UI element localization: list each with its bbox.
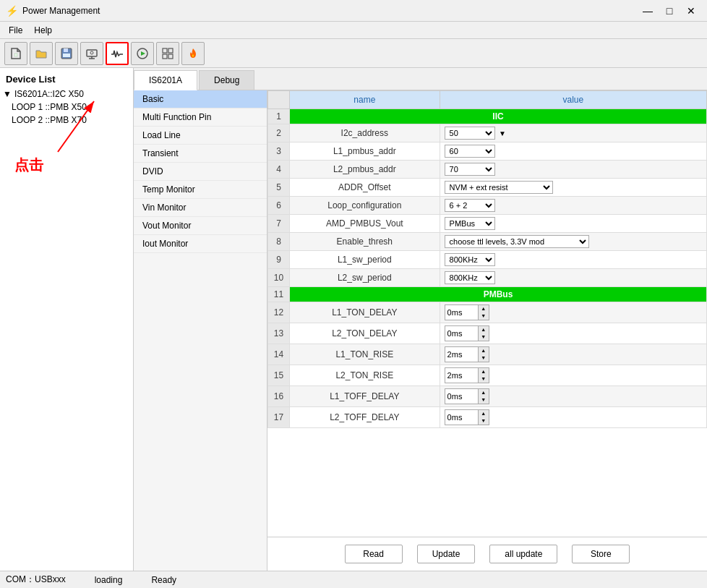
spin-down[interactable]: ▼ [479, 375, 489, 383]
annotation-text: 点击 [14, 155, 43, 175]
status-ready: Ready [151, 575, 176, 585]
row-value: ▲▼ [440, 344, 706, 365]
row-name: I2c_address [290, 124, 440, 142]
nav-item-transient[interactable]: Transient [134, 145, 267, 163]
menu-file[interactable]: File [3, 24, 28, 37]
l1-toff-delay-input[interactable] [445, 391, 478, 401]
close-button[interactable]: ✕ [681, 3, 701, 19]
nav-item-vout[interactable]: Vout Monitor [134, 217, 267, 235]
nav-item-basic[interactable]: Basic [134, 90, 267, 108]
svg-point-9 [90, 51, 93, 54]
toolbar-device-button[interactable] [80, 42, 103, 65]
l1-pmbus-addr-select[interactable]: 506070 [445, 145, 495, 158]
row-value: 800KHz400KHz [440, 251, 706, 269]
i2c-address-select[interactable]: 506070 [445, 127, 495, 140]
nav-item-temp[interactable]: Temp Monitor [134, 181, 267, 199]
tab-debug[interactable]: Debug [199, 70, 254, 90]
toolbar-new-button[interactable] [4, 42, 27, 65]
row-pmbus-header: PMBus [290, 287, 707, 302]
nav-item-mfp[interactable]: Multi Function Pin [134, 108, 267, 127]
svg-rect-12 [163, 48, 167, 53]
toolbar-flame-button[interactable] [181, 42, 205, 65]
tab-is6201a[interactable]: IS6201A [134, 70, 197, 90]
l2-pmbus-addr-select[interactable]: 506070 [445, 163, 495, 176]
toolbar-open-button[interactable] [30, 42, 53, 65]
row-value: 506070 [440, 142, 706, 161]
l1-sw-period-select[interactable]: 800KHz400KHz [445, 253, 495, 266]
toolbar-save-button[interactable] [55, 42, 78, 65]
row-name: L2_pmbus_addr [290, 161, 440, 179]
toolbar-grid-button[interactable] [156, 42, 179, 65]
l2-ton-delay-input[interactable] [445, 328, 478, 338]
table-row: 7 AMD_PMBUS_Vout PMBusOther [268, 215, 707, 233]
row-num: 3 [268, 142, 290, 161]
spin-down[interactable]: ▼ [479, 354, 489, 362]
tree-item-loop1[interactable]: LOOP 1 ::PMB X50 [0, 101, 133, 114]
spin-down[interactable]: ▼ [479, 333, 489, 341]
row-num: 1 [268, 109, 290, 124]
col-header-num [268, 91, 290, 109]
table-row: 10 L2_sw_period 800KHz400KHz [268, 269, 707, 287]
l1-ton-rise-spin[interactable]: ▲▼ [445, 346, 489, 362]
left-nav: Basic Multi Function Pin Load Line Trans… [134, 90, 267, 571]
l1-ton-delay-input[interactable] [445, 307, 478, 318]
update-button[interactable]: Update [417, 545, 476, 563]
nav-item-vin[interactable]: Vin Monitor [134, 199, 267, 217]
sidebar-title: Device List [0, 71, 133, 88]
row-name: Enable_thresh [290, 233, 440, 251]
l2-ton-delay-spin[interactable]: ▲▼ [445, 325, 489, 341]
nav-item-dvid[interactable]: DVID [134, 163, 267, 181]
svg-marker-11 [141, 51, 145, 56]
l2-toff-delay-input[interactable] [445, 412, 478, 422]
app-icon: ⚡ [6, 5, 18, 17]
l2-sw-period-select[interactable]: 800KHz400KHz [445, 271, 495, 284]
spin-up[interactable]: ▲ [479, 368, 489, 375]
l2-ton-rise-input[interactable] [445, 370, 478, 380]
toolbar-play-button[interactable] [131, 42, 154, 65]
row-num: 10 [268, 269, 290, 287]
l1-ton-rise-input[interactable] [445, 349, 478, 359]
tree-item-loop2[interactable]: LOOP 2 ::PMB X70 [0, 114, 133, 127]
loop-config-select[interactable]: 6 + 24 + 4 [445, 199, 495, 212]
row-name: L2_TON_DELAY [290, 323, 440, 344]
l1-toff-delay-spin[interactable]: ▲▼ [445, 388, 489, 404]
row-value: 506070 ▼ [440, 124, 706, 142]
tree-label: IS6201A::I2C X50 [14, 89, 84, 99]
minimize-button[interactable]: — [638, 3, 658, 19]
right-content: name value 1 IIC 2 [267, 90, 707, 537]
store-button[interactable]: Store [572, 545, 630, 563]
spin-up[interactable]: ▲ [479, 347, 489, 354]
nav-item-loadline[interactable]: Load Line [134, 127, 267, 145]
flame-icon [187, 47, 200, 60]
col-header-value: value [440, 91, 706, 109]
spin-up[interactable]: ▲ [479, 410, 489, 417]
spin-down[interactable]: ▼ [479, 417, 489, 425]
spin-down[interactable]: ▼ [479, 396, 489, 404]
menu-help[interactable]: Help [28, 24, 58, 37]
spin-down[interactable]: ▼ [479, 312, 489, 320]
nav-item-iout[interactable]: Iout Monitor [134, 235, 267, 253]
spin-up[interactable]: ▲ [479, 326, 489, 333]
svg-rect-4 [64, 48, 68, 52]
spin-up[interactable]: ▲ [479, 305, 489, 312]
enable-thresh-select[interactable]: choose ttl levels, 3.3V modOther [445, 235, 589, 248]
l2-toff-delay-spin[interactable]: ▲▼ [445, 409, 489, 425]
addr-offset-select[interactable]: NVM + ext resistOther [445, 181, 553, 194]
all-update-button[interactable]: all update [489, 545, 557, 563]
table-row: 12 L1_TON_DELAY ▲▼ [268, 302, 707, 323]
svg-rect-14 [163, 54, 167, 59]
menu-bar: File Help [0, 22, 707, 39]
tree-item-is6201a[interactable]: ▼ IS6201A::I2C X50 [0, 88, 133, 101]
row-num: 16 [268, 386, 290, 407]
row-name: Loop_configuration [290, 197, 440, 215]
l2-ton-rise-spin[interactable]: ▲▼ [445, 367, 489, 383]
row-name: L1_pmbus_addr [290, 142, 440, 161]
toolbar-waveform-button[interactable] [106, 42, 129, 65]
read-button[interactable]: Read [345, 545, 403, 563]
maximize-button[interactable]: □ [659, 3, 680, 19]
spin-up[interactable]: ▲ [479, 389, 489, 396]
toolbar [0, 39, 707, 68]
l1-ton-delay-spin[interactable]: ▲▼ [445, 304, 489, 320]
amd-pmbus-vout-select[interactable]: PMBusOther [445, 217, 495, 230]
table-row: 1 IIC [268, 109, 707, 124]
